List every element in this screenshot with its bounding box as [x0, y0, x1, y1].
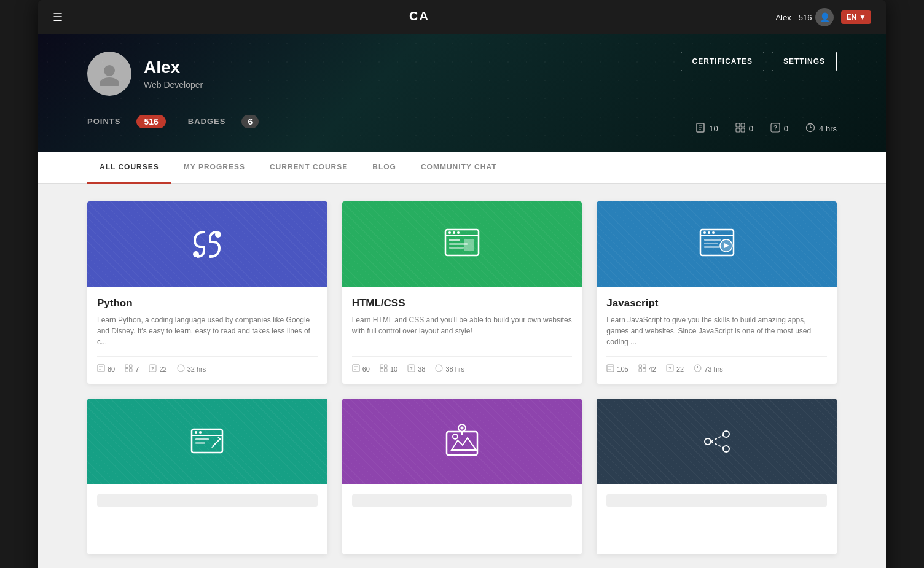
stat-time: 4 hrs: [805, 123, 837, 134]
settings-button[interactable]: SETTINGS: [772, 52, 837, 71]
tab-current-course[interactable]: CURRENT COURSE: [257, 152, 360, 184]
meta-q2-icon: ?: [407, 364, 415, 374]
meta-l3-val: 105: [617, 365, 628, 373]
svg-rect-67: [639, 365, 642, 368]
course-thumb-4: [87, 399, 327, 484]
svg-line-84: [218, 437, 221, 440]
svg-rect-81: [195, 442, 205, 444]
certificates-button[interactable]: CERTIFICATES: [681, 52, 764, 71]
svg-point-79: [199, 431, 202, 434]
meta-l3: 105: [606, 364, 628, 374]
meta-quizzes-icon: ?: [149, 364, 157, 374]
svg-rect-36: [449, 239, 460, 241]
svg-rect-8: [741, 123, 745, 127]
avatar: [87, 52, 131, 96]
tab-all-courses[interactable]: ALL COURSES: [87, 152, 171, 184]
course-thumb-htmlcss: [342, 201, 582, 287]
course-card-python[interactable]: Python Learn Python, a coding language u…: [87, 201, 327, 384]
meta-m3-val: 42: [649, 365, 656, 373]
points-value: 516: [136, 115, 165, 128]
course-card-4[interactable]: [87, 399, 327, 554]
course-title-python: Python: [97, 297, 318, 309]
svg-line-94: [711, 435, 723, 442]
tab-blog[interactable]: BLOG: [360, 152, 409, 184]
course-title-4: [97, 494, 318, 507]
svg-point-87: [453, 434, 458, 439]
course-body-6: [597, 484, 837, 521]
svg-point-90: [460, 427, 463, 430]
lang-label: EN: [846, 13, 856, 21]
svg-point-17: [215, 231, 221, 238]
svg-rect-59: [704, 243, 718, 244]
svg-point-91: [705, 438, 711, 445]
course-desc-python: Learn Python, a coding language used by …: [97, 314, 318, 348]
course-title-htmlcss: HTML/CSS: [352, 297, 573, 309]
meta-modules: 7: [125, 364, 139, 374]
meta-quizzes: ? 22: [149, 364, 166, 374]
course-grid: Python Learn Python, a coding language u…: [87, 201, 837, 554]
svg-rect-25: [130, 369, 133, 372]
tabs: ALL COURSES MY PROGRESS CURRENT COURSE B…: [38, 152, 886, 184]
course-body-js: Javascript Learn JavaScript to give you …: [597, 287, 837, 384]
svg-rect-9: [736, 128, 740, 132]
tab-my-progress[interactable]: MY PROGRESS: [171, 152, 257, 184]
meta-q3-icon: ?: [666, 364, 674, 374]
meta-m3: 42: [638, 364, 656, 374]
profile-hero: Alex Web Developer CERTIFICATES SETTINGS…: [38, 34, 886, 152]
svg-point-1: [104, 65, 115, 76]
meta-lessons-2: 60: [352, 364, 370, 374]
course-card-5[interactable]: [342, 399, 582, 554]
stat-modules: 0: [735, 123, 753, 134]
svg-rect-23: [130, 365, 133, 368]
svg-text:CA: CA: [409, 9, 429, 23]
tab-community-chat[interactable]: COMMUNITY CHAT: [409, 152, 509, 184]
stat-lessons-value: 10: [709, 124, 718, 133]
svg-point-2: [100, 77, 119, 86]
meta-m2-icon: [380, 364, 388, 374]
profile-title: Web Developer: [144, 80, 203, 90]
lang-button[interactable]: EN ▼: [841, 10, 871, 24]
lessons-icon: [695, 123, 705, 134]
user-points-label: 516: [799, 13, 812, 22]
meta-q2-val: 38: [418, 365, 425, 373]
svg-rect-46: [380, 369, 383, 372]
course-card-htmlcss[interactable]: HTML/CSS Learn HTML and CSS and you'll b…: [342, 201, 582, 384]
top-nav: ☰ CA Alex 516 👤 EN ▼: [38, 0, 886, 34]
svg-rect-60: [704, 246, 720, 248]
stat-lessons: 10: [695, 123, 718, 134]
svg-text:?: ?: [151, 366, 154, 372]
course-body-python: Python Learn Python, a coding language u…: [87, 287, 327, 384]
course-desc-htmlcss: Learn HTML and CSS and you'll be able to…: [352, 314, 573, 348]
svg-point-78: [195, 431, 197, 434]
hamburger-icon[interactable]: ☰: [53, 10, 63, 24]
course-meta-htmlcss: 60 10 ? 38 38 hrs: [352, 356, 573, 374]
chevron-icon: ▼: [859, 13, 866, 21]
course-thumb-6: [597, 399, 837, 484]
svg-point-34: [453, 231, 455, 234]
meta-t2-val: 38 hrs: [445, 365, 464, 373]
course-title-6: [606, 494, 827, 507]
profile-buttons: CERTIFICATES SETTINGS: [681, 52, 837, 71]
user-info: Alex 516 👤: [775, 8, 834, 26]
course-body-4: [87, 484, 327, 554]
svg-point-93: [723, 446, 729, 452]
svg-rect-69: [639, 369, 642, 372]
profile-bottom-row: POINTS 516 BADGES 6 10 0: [87, 108, 837, 134]
course-card-js[interactable]: Javascript Learn JavaScript to give you …: [597, 201, 837, 384]
stat-modules-value: 0: [749, 124, 753, 133]
svg-rect-22: [125, 365, 128, 368]
svg-text:?: ?: [410, 366, 413, 372]
course-desc-js: Learn JavaScript to give you the skills …: [606, 314, 827, 348]
svg-rect-38: [449, 247, 464, 249]
modules-icon: [735, 123, 745, 134]
stat-time-value: 4 hrs: [819, 124, 837, 133]
meta-time-2: 38 hrs: [435, 364, 464, 374]
course-meta-python: 80 7 ? 22: [97, 356, 318, 374]
svg-rect-7: [736, 123, 740, 127]
meta-modules-2: 10: [380, 364, 397, 374]
svg-line-82: [213, 439, 220, 446]
course-card-6[interactable]: [597, 399, 837, 554]
meta-quizzes-2: ? 38: [407, 364, 425, 374]
course-thumb-5: [342, 399, 582, 484]
svg-text:?: ?: [668, 366, 671, 372]
